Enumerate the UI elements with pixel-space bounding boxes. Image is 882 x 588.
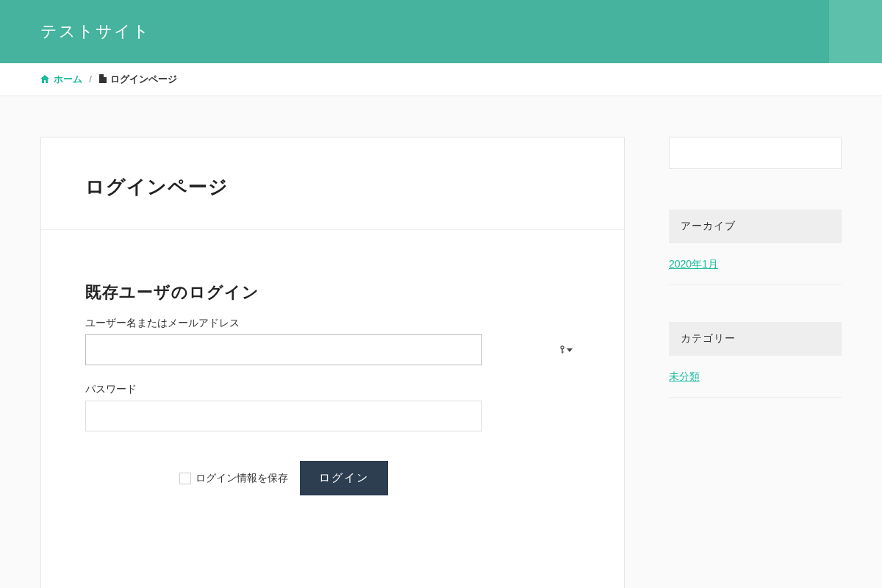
breadcrumb-home-link[interactable]: ホーム	[40, 74, 85, 85]
main-area: ログインページ 既存ユーザのログイン ユーザー名またはメールアドレス パスワード…	[0, 96, 882, 588]
login-button[interactable]: ログイン	[300, 461, 388, 495]
page-title: ログインページ	[41, 137, 624, 230]
password-label: パスワード	[85, 383, 580, 396]
widget-divider	[669, 284, 842, 285]
archive-link[interactable]: 2020年1月	[669, 258, 842, 271]
search-input[interactable]	[669, 137, 842, 169]
password-field-wrap	[85, 401, 580, 431]
category-link[interactable]: 未分類	[669, 370, 842, 384]
site-header: テストサイト	[0, 0, 882, 63]
home-icon	[40, 74, 49, 82]
remember-label: ログイン情報を保存	[196, 472, 288, 485]
category-widget: カテゴリー 未分類	[669, 322, 842, 398]
form-actions: ログイン情報を保存 ログイン	[85, 461, 482, 495]
username-input[interactable]	[85, 334, 482, 365]
breadcrumb-current: ログインページ	[99, 74, 178, 85]
breadcrumb-current-label: ログインページ	[110, 74, 177, 85]
svg-rect-2	[562, 351, 563, 352]
category-widget-title: カテゴリー	[669, 322, 842, 356]
login-form: 既存ユーザのログイン ユーザー名またはメールアドレス パスワード ログイン情報を…	[41, 230, 624, 525]
username-field-wrap	[85, 334, 580, 365]
sidebar: アーカイブ 2020年1月 カテゴリー 未分類	[669, 137, 842, 588]
archive-widget-title: アーカイブ	[669, 209, 842, 243]
login-form-heading: 既存ユーザのログイン	[85, 282, 580, 304]
widget-divider	[669, 397, 842, 398]
archive-widget: アーカイブ 2020年1月	[669, 209, 842, 285]
username-label: ユーザー名またはメールアドレス	[85, 317, 580, 330]
site-title[interactable]: テストサイト	[40, 21, 151, 43]
password-input[interactable]	[85, 401, 482, 431]
breadcrumb-separator: /	[89, 74, 92, 85]
svg-point-0	[561, 346, 564, 349]
content-panel: ログインページ 既存ユーザのログイン ユーザー名またはメールアドレス パスワード…	[40, 137, 625, 588]
file-icon	[99, 74, 107, 83]
breadcrumb-home-label: ホーム	[54, 74, 82, 85]
key-icon[interactable]	[559, 345, 573, 354]
remember-me[interactable]: ログイン情報を保存	[179, 472, 288, 485]
remember-checkbox[interactable]	[179, 473, 191, 484]
breadcrumb: ホーム / ログインページ	[0, 63, 882, 96]
svg-rect-1	[562, 348, 562, 353]
